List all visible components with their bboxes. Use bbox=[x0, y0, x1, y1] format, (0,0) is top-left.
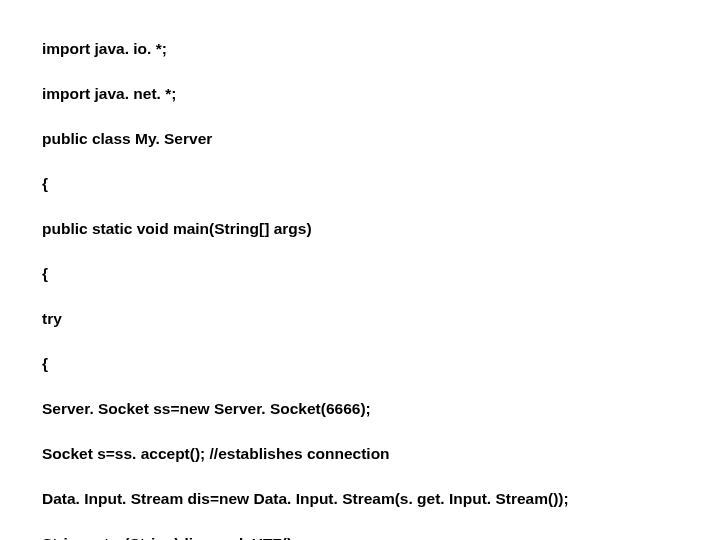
code-line: import java. net. *; bbox=[42, 83, 720, 105]
code-line: Server. Socket ss=new Server. Socket(666… bbox=[42, 398, 720, 420]
code-line: public class My. Server bbox=[42, 128, 720, 150]
code-line: Data. Input. Stream dis=new Data. Input.… bbox=[42, 488, 720, 510]
code-line: try bbox=[42, 308, 720, 330]
code-line: String str=(String)dis. read. UTF(); bbox=[42, 533, 720, 540]
code-line: { bbox=[42, 173, 720, 195]
code-line: { bbox=[42, 353, 720, 375]
code-line: public static void main(String[] args) bbox=[42, 218, 720, 240]
code-line: import java. io. *; bbox=[42, 38, 720, 60]
code-block: import java. io. *; import java. net. *;… bbox=[0, 0, 720, 540]
code-line: { bbox=[42, 263, 720, 285]
code-line: Socket s=ss. accept(); //establishes con… bbox=[42, 443, 720, 465]
